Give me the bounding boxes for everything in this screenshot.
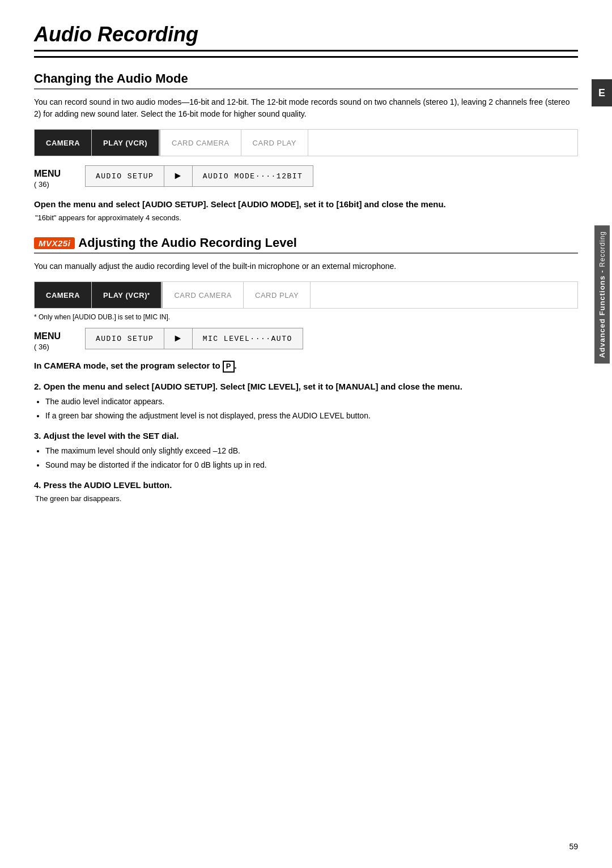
mode-bar-2: CAMERA PLAY (VCR) * CARD CAMERA CARD PLA…: [34, 281, 578, 309]
section1-note: "16bit" appears for approximately 4 seco…: [35, 213, 578, 222]
footnote: * Only when [AUDIO DUB.] is set to [MIC …: [34, 313, 578, 321]
step3-bullet-1: The maximum level should only slightly e…: [45, 445, 578, 457]
mode-btn-play-2[interactable]: PLAY (VCR) *: [92, 282, 162, 308]
menu-ref-2: ( 36): [34, 343, 49, 351]
section1-heading: Changing the Audio Mode: [34, 71, 578, 89]
menu-cell1-1: AUDIO SETUP: [86, 166, 164, 186]
mode-btn-play-1[interactable]: PLAY (VCR): [92, 130, 159, 156]
menu-cell2-2: MIC LEVEL····AUTO: [193, 328, 303, 349]
menu-arrow-1: ►: [164, 166, 192, 186]
step2-heading: 2. Open the menu and select [AUDIO SETUP…: [34, 380, 578, 392]
mode-btn-card-play-1: CARD PLAY: [241, 130, 308, 156]
step2-bullet-2: If a green bar showing the adjustment le…: [45, 410, 578, 422]
step3-heading: 3. Adjust the level with the SET dial.: [34, 430, 578, 442]
menu-ref-1: ( 36): [34, 180, 49, 189]
section2-heading-container: MVX25i Adjusting the Audio Recording Lev…: [34, 236, 578, 254]
section1-step-heading: Open the menu and select [AUDIO SETUP]. …: [34, 198, 578, 210]
page-title: Audio Recording: [34, 23, 578, 52]
step2-bullets: The audio level indicator appears. If a …: [45, 396, 578, 422]
mode-btn-camera-2[interactable]: CAMERA: [35, 282, 92, 308]
mvx-badge: MVX25i: [34, 237, 75, 249]
step3-bullets: The maximum level should only slightly e…: [45, 445, 578, 471]
section2-heading: Adjusting the Audio Recording Level: [78, 236, 296, 250]
menu-cell2-1: AUDIO MODE····12bit: [193, 166, 313, 186]
menu-table-1: AUDIO SETUP ► AUDIO MODE····12bit: [85, 165, 313, 187]
menu-label-2: MENU ( 36): [34, 330, 85, 352]
step2-bullet-1: The audio level indicator appears.: [45, 396, 578, 408]
step4-heading: 4. Press the AUDIO LEVEL button.: [34, 479, 578, 491]
menu-block-1: MENU ( 36) AUDIO SETUP ► AUDIO MODE····1…: [34, 165, 578, 189]
menu-label-1: MENU ( 36): [34, 168, 85, 189]
menu-cell1-2: AUDIO SETUP: [86, 328, 164, 349]
step1-text: In CAMERA mode, set the program selector…: [34, 361, 220, 370]
sidebar-label: Advanced Functions - Recording: [594, 225, 610, 364]
mode-btn-card-camera-2: CARD CAMERA: [163, 282, 244, 308]
e-tab: E: [592, 79, 612, 106]
step4-note: The green bar disappears.: [35, 494, 578, 503]
page-number: 59: [569, 842, 578, 851]
menu-block-2: MENU ( 36) AUDIO SETUP ► MIC LEVEL····AU…: [34, 328, 578, 352]
p-icon: P: [223, 361, 235, 373]
mode-btn-camera-1[interactable]: CAMERA: [35, 130, 92, 156]
section1-body: You can record sound in two audio modes—…: [34, 96, 578, 120]
menu-arrow-2: ►: [164, 328, 192, 349]
mode-btn-card-camera-1: CARD CAMERA: [160, 130, 241, 156]
asterisk-sup: *: [147, 292, 150, 298]
right-sidebar: Advanced Functions - Recording: [592, 125, 612, 464]
section2-body: You can manually adjust the audio record…: [34, 260, 578, 272]
menu-table-2: AUDIO SETUP ► MIC LEVEL····AUTO: [85, 328, 303, 349]
step3-bullet-2: Sound may be distorted if the indicator …: [45, 459, 578, 471]
step1: In CAMERA mode, set the program selector…: [34, 361, 578, 373]
mode-bar-1: CAMERA PLAY (VCR) CARD CAMERA CARD PLAY: [34, 129, 578, 156]
mode-btn-card-play-2: CARD PLAY: [244, 282, 311, 308]
